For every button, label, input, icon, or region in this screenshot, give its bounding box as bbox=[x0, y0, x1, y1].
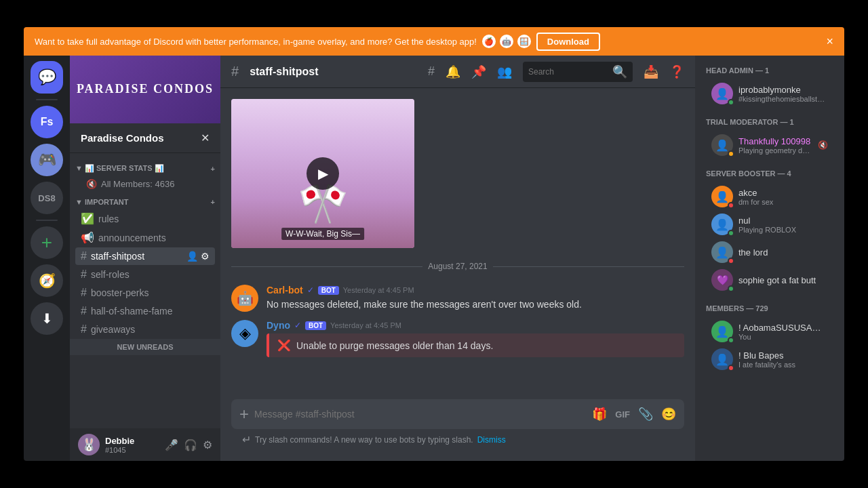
sophie-status-dot bbox=[728, 285, 734, 292]
iprobablymonke-avatar: 👤 bbox=[711, 83, 733, 104]
download-apps-icon[interactable]: ⬇ bbox=[31, 302, 63, 335]
aobama-name: ! AobamaSUSUSAMO... bbox=[738, 323, 828, 333]
sophie-name: sophie got a fat butt bbox=[738, 275, 828, 285]
user-settings-icon[interactable]: ⚙ bbox=[203, 439, 212, 451]
hall-hash: # bbox=[81, 305, 87, 317]
channel-hall-of-shame[interactable]: # hall-of-shame-fame bbox=[75, 302, 215, 320]
channel-self-roles[interactable]: # self-roles bbox=[75, 266, 215, 283]
slash-icon: ↵ bbox=[242, 433, 251, 446]
category-server-stats[interactable]: ▼ 📊 SERVER STATS 📊 + bbox=[70, 159, 220, 176]
notifications-icon[interactable]: 🔔 bbox=[446, 64, 460, 79]
messages-container: 🎌 ▶ W-W-Wait, Big Sis— August 27, 2021 🤖… bbox=[220, 88, 695, 399]
message-carlbot: 🤖 Carl-bot ✓ BOT Yesterday at 4:45 PM No… bbox=[231, 285, 684, 312]
member-status: #kissingthehomiesballstonight... bbox=[738, 95, 828, 103]
slash-tip: ↵ Try slash commands! A new way to use b… bbox=[231, 429, 684, 450]
tip-text: Try slash commands! A new way to use bot… bbox=[255, 435, 473, 445]
server-booster-group: SERVER BOOSTER — 4 👤 akce dm for sex 👤 bbox=[695, 167, 844, 293]
gif-button[interactable]: GIF bbox=[615, 409, 630, 420]
pinned-icon[interactable]: 📌 bbox=[471, 64, 486, 79]
sticker-icon[interactable]: 📎 bbox=[638, 407, 653, 422]
member-aobama[interactable]: 👤 ! AobamaSUSUSAMO... You bbox=[701, 318, 839, 345]
channel-announcements[interactable]: 📢 announcements bbox=[75, 228, 215, 247]
inbox-icon[interactable]: 📥 bbox=[644, 64, 658, 79]
add-channel-icon[interactable]: + bbox=[211, 165, 215, 173]
channel-staff-shitpost[interactable]: # staff-shitpost 👤 ⚙ bbox=[75, 247, 215, 265]
aobama-avatar: 👤 bbox=[711, 321, 733, 342]
platform-icons: 🍎 🤖 🪟 bbox=[482, 35, 531, 48]
message-dyno: ◈ Dyno ✓ BOT Yesterday at 4:45 PM ❌ Unab… bbox=[231, 320, 684, 357]
dyno-name: Dyno bbox=[267, 320, 290, 331]
emoji-icon[interactable]: 😊 bbox=[661, 407, 676, 422]
dismiss-button[interactable]: Dismiss bbox=[477, 435, 506, 445]
threads-icon[interactable]: # bbox=[428, 64, 435, 79]
attach-file-button[interactable]: + bbox=[239, 405, 249, 424]
chat-header: # staff-shitpost # 🔔 📌 👥 🔍 📥 ❓ bbox=[220, 56, 695, 88]
thankfully-status: Playing geometry dash wit... bbox=[738, 146, 812, 155]
nul-avatar: 👤 bbox=[711, 214, 733, 235]
thankfully-name: Thankfully 100998 bbox=[738, 136, 812, 146]
carlbot-header: Carl-bot ✓ BOT Yesterday at 4:45 PM bbox=[267, 285, 684, 296]
server-header[interactable]: Paradise Condos ✕ bbox=[70, 123, 220, 153]
discord-home-icon[interactable]: 💬 bbox=[31, 61, 63, 94]
members-icon[interactable]: 👥 bbox=[497, 64, 512, 79]
explore-icon[interactable]: 🧭 bbox=[31, 264, 63, 297]
nul-info: nul Playing ROBLOX bbox=[738, 216, 828, 234]
channel-name-header: staff-shitpost bbox=[250, 66, 318, 78]
add-important-icon[interactable]: + bbox=[211, 198, 215, 206]
current-user-avatar: 🐰 bbox=[78, 434, 100, 455]
search-input[interactable] bbox=[528, 67, 610, 77]
aobama-status-dot bbox=[728, 337, 734, 344]
video-preview[interactable]: 🎌 ▶ W-W-Wait, Big Sis— bbox=[231, 99, 414, 248]
blu-bapes-avatar: 👤 bbox=[711, 348, 733, 370]
server-icon-purple[interactable]: 🎮 bbox=[31, 144, 63, 176]
member-blu-bapes[interactable]: 👤 ! Blu Bapes I ate fatality's ass bbox=[701, 346, 839, 373]
member-akce[interactable]: 👤 akce dm for sex bbox=[701, 183, 839, 210]
carlbot-name: Carl-bot bbox=[267, 285, 303, 296]
date-label: August 27, 2021 bbox=[428, 262, 487, 271]
carlbot-time: Yesterday at 4:45 PM bbox=[343, 286, 414, 294]
user-info-bar: 🐰 Debbie #1045 🎤 🎧 ⚙ bbox=[70, 428, 220, 461]
server-list: 💬 Fs 🎮 DS8 + 🧭 ⬇ bbox=[24, 56, 70, 461]
the-lord-avatar: 👤 bbox=[711, 241, 733, 263]
server-icon-fs[interactable]: Fs bbox=[31, 106, 63, 138]
member-iprobablymonke[interactable]: 👤 iprobablymonke #kissingthehomiesballst… bbox=[701, 80, 839, 107]
help-icon[interactable]: ❓ bbox=[669, 64, 684, 79]
thankfully-info: Thankfully 100998 Playing geometry dash … bbox=[738, 136, 812, 155]
play-button[interactable]: ▶ bbox=[307, 157, 339, 190]
settings-icon[interactable]: ⚙ bbox=[201, 251, 210, 262]
banner-close-button[interactable]: × bbox=[826, 35, 833, 49]
add-server-button[interactable]: + bbox=[31, 226, 63, 259]
member-nul[interactable]: 👤 nul Playing ROBLOX bbox=[701, 211, 839, 238]
self-roles-hash: # bbox=[81, 268, 87, 281]
channel-hash-icon: ✅ bbox=[81, 212, 94, 225]
microphone-icon[interactable]: 🎤 bbox=[165, 439, 178, 451]
headset-icon[interactable]: 🎧 bbox=[184, 439, 197, 451]
member-the-lord[interactable]: 👤 the lord bbox=[701, 239, 839, 266]
blu-bapes-name: ! Blu Bapes bbox=[738, 350, 828, 361]
dyno-error-text: Unable to purge messages older than 14 d… bbox=[296, 340, 493, 351]
server-divider-2 bbox=[36, 220, 58, 221]
member-sophie[interactable]: 💜 sophie got a fat butt bbox=[701, 266, 839, 293]
channel-giveaways[interactable]: # giveaways bbox=[75, 321, 215, 338]
status-indicator-trial bbox=[728, 150, 734, 157]
akce-status: dm for sex bbox=[738, 198, 828, 206]
message-input[interactable] bbox=[254, 409, 587, 420]
channel-rules[interactable]: ✅ rules bbox=[75, 209, 215, 228]
category-important[interactable]: ▼ IMPORTANT + bbox=[70, 192, 220, 209]
search-bar[interactable]: 🔍 bbox=[523, 62, 633, 82]
member-thankfully[interactable]: 👤 Thankfully 100998 Playing geometry das… bbox=[701, 131, 839, 159]
new-unreads-banner[interactable]: NEW UNREADS bbox=[70, 339, 220, 355]
add-member-icon[interactable]: 👤 bbox=[186, 251, 198, 262]
speaker-icon: 🔇 bbox=[86, 179, 97, 189]
carlbot-content: Carl-bot ✓ BOT Yesterday at 4:45 PM No m… bbox=[267, 285, 684, 312]
dyno-error: ❌ Unable to purge messages older than 14… bbox=[267, 333, 684, 357]
download-button[interactable]: Download bbox=[536, 33, 600, 51]
gift-icon[interactable]: 🎁 bbox=[592, 407, 607, 422]
dyno-header: Dyno ✓ BOT Yesterday at 4:45 PM bbox=[267, 320, 684, 331]
server-icon-ds8[interactable]: DS8 bbox=[31, 182, 63, 214]
server-name: Paradise Condos bbox=[81, 132, 164, 144]
video-subtitle: W-W-Wait, Big Sis— bbox=[281, 228, 364, 240]
channel-booster-perks[interactable]: # booster-perks bbox=[75, 284, 215, 302]
thankfully-avatar: 👤 bbox=[711, 134, 733, 156]
server-banner: Paradise Condos bbox=[70, 56, 220, 123]
